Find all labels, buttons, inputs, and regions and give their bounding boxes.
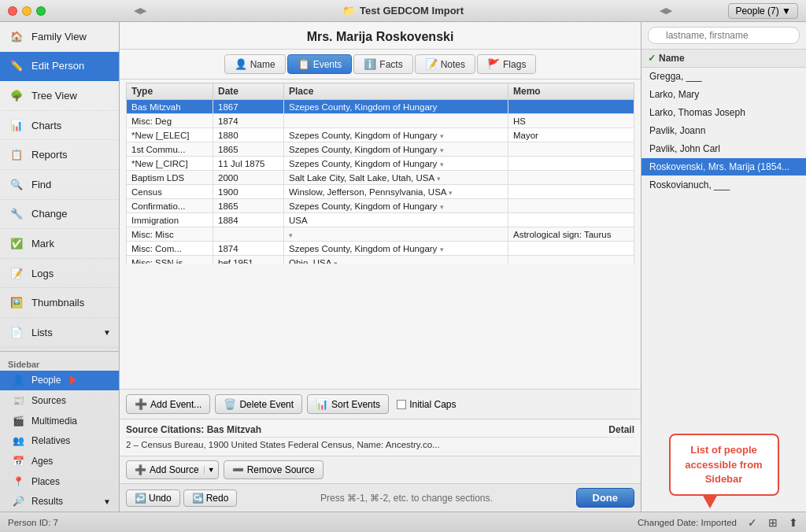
people-list-header: ✓ Name — [641, 50, 806, 68]
right-chevrons[interactable]: ◀▶ — [660, 6, 672, 16]
minimize-button[interactable] — [22, 6, 31, 16]
sidebar-item-logs[interactable]: 📝 Logs — [0, 259, 119, 289]
table-row[interactable]: Misc: Com... 1874 Szepes County, Kingdom… — [127, 242, 634, 256]
tabs-bar: 👤 Name 📋 Events ℹ️ Facts 📝 Notes 🚩 Flags — [120, 50, 641, 79]
sidebar-item-relatives[interactable]: 👥 Relatives — [0, 431, 119, 452]
dropdown-arrow[interactable]: ▾ — [440, 246, 444, 253]
sidebar-item-reports[interactable]: 📋 Reports — [0, 140, 119, 170]
table-row[interactable]: Baptism LDS 2000 Salt Lake City, Salt La… — [127, 171, 634, 185]
cell-memo — [508, 213, 634, 227]
cell-memo — [508, 142, 634, 157]
table-row[interactable]: Bas Mitzvah 1867 Szepes County, Kingdom … — [127, 100, 634, 114]
dropdown-arrow[interactable]: ▾ — [334, 260, 338, 264]
dropdown-arrow[interactable]: ▾ — [449, 189, 453, 197]
search-bar — [641, 22, 806, 50]
redo-button[interactable]: ↪️ Redo — [183, 490, 238, 507]
people-search-input[interactable] — [648, 27, 800, 44]
sidebar-item-ages[interactable]: 📅 Ages — [0, 451, 119, 471]
checkmark-status-icon[interactable]: ✓ — [748, 516, 757, 529]
left-chevrons[interactable]: ◀▶ — [134, 6, 146, 16]
sidebar-item-places[interactable]: 📍 Places — [0, 471, 119, 492]
initial-caps-checkbox[interactable] — [397, 400, 406, 409]
dropdown-arrow[interactable]: ▾ — [440, 146, 444, 154]
tab-flags[interactable]: 🚩 Flags — [477, 54, 536, 74]
person-item[interactable]: Roskovianuch, ___ — [641, 176, 806, 194]
dropdown-arrow[interactable]: ▾ — [289, 231, 293, 239]
checkmark-icon: ✓ — [648, 53, 656, 64]
table-row[interactable]: *New [_CIRC] 11 Jul 1875 Szepes County, … — [127, 157, 634, 171]
sidebar-item-tree-view[interactable]: 🌳 Tree View — [0, 81, 119, 111]
ages-icon: 📅 — [11, 454, 25, 468]
edit-person-icon: ✏️ — [8, 57, 25, 75]
window-title: 📁 Test GEDCOM Import — [342, 5, 464, 17]
close-button[interactable] — [8, 6, 17, 16]
title-bar: ◀▶ 📁 Test GEDCOM Import ◀▶ People (7) ▼ — [0, 0, 806, 22]
sidebar-item-family-view[interactable]: 🏠 Family View — [0, 22, 119, 52]
people-arrow — [70, 375, 76, 385]
tab-facts[interactable]: ℹ️ Facts — [353, 54, 412, 74]
sidebar-item-results[interactable]: 🔎 Results ▼ — [0, 491, 119, 512]
person-item[interactable]: Pavlik, Joann — [641, 122, 806, 140]
person-item[interactable]: Larko, Mary — [641, 86, 806, 104]
sidebar-item-lists[interactable]: 📄 Lists ▼ — [0, 318, 119, 348]
add-source-button[interactable]: ➕ Add Source ▼ — [126, 460, 219, 479]
table-row[interactable]: Immigration 1884 USA — [127, 213, 634, 227]
add-source-dropdown-arrow[interactable]: ▼ — [204, 466, 215, 474]
person-item[interactable]: Roskovenski, Mrs. Marija (1854... — [641, 158, 806, 176]
sidebar-section-label: Sidebar — [0, 355, 119, 371]
tab-events[interactable]: 📋 Events — [287, 54, 353, 74]
split-view-icon[interactable]: ⊞ — [768, 516, 778, 529]
sidebar-item-change[interactable]: 🔧 Change — [0, 200, 119, 230]
person-item[interactable]: Gregga, ___ — [641, 68, 806, 86]
sidebar-item-find[interactable]: 🔍 Find — [0, 170, 119, 200]
cell-memo — [508, 171, 634, 185]
sidebar-item-multimedia[interactable]: 🎬 Multimedia — [0, 411, 119, 431]
family-view-icon: 🏠 — [8, 28, 25, 45]
sidebar-item-people[interactable]: 👤 People — [0, 371, 119, 391]
sidebar-item-mark[interactable]: ✅ Mark — [0, 229, 119, 259]
share-icon[interactable]: ⬆ — [789, 516, 798, 529]
sources-icon: 📰 — [11, 393, 25, 408]
events-table-scroll[interactable]: Type Date Place Memo Bas Mitzvah 1867 Sz… — [126, 83, 634, 264]
done-button[interactable]: Done — [576, 488, 635, 508]
cell-type: *New [_CIRC] — [127, 157, 213, 171]
table-row[interactable]: Misc: Misc ▾ Astrological sign: Taurus — [127, 227, 634, 242]
undo-button[interactable]: ↩️ Undo — [126, 490, 180, 507]
dropdown-arrow[interactable]: ▾ — [440, 132, 444, 140]
cell-date — [213, 227, 284, 242]
person-item[interactable]: Larko, Thomas Joseph — [641, 104, 806, 122]
sidebar-item-sources[interactable]: 📰 Sources — [0, 390, 119, 411]
dropdown-arrow[interactable]: ▾ — [440, 161, 444, 168]
sidebar-item-thumbnails[interactable]: 🖼️ Thumbnails — [0, 288, 119, 318]
sidebar-item-edit-person[interactable]: ✏️ Edit Person — [0, 52, 119, 82]
delete-event-button[interactable]: 🗑️ Delete Event — [215, 394, 302, 414]
maximize-button[interactable] — [36, 6, 46, 16]
initial-caps-label[interactable]: Initial Caps — [397, 399, 456, 410]
sidebar-item-charts[interactable]: 📊 Charts — [0, 111, 119, 141]
find-icon: 🔍 — [8, 175, 25, 193]
cell-date: 2000 — [213, 171, 284, 185]
cell-type: *New [_ELEC] — [127, 128, 213, 142]
source-row[interactable]: 2 – Census Bureau, 1900 United States Fe… — [126, 438, 634, 453]
dropdown-arrow[interactable]: ▾ — [440, 203, 444, 211]
cell-place: Szepes County, Kingdom of Hungary ▾ — [284, 199, 508, 213]
search-wrap — [648, 27, 800, 44]
dropdown-arrow[interactable]: ▾ — [437, 175, 441, 183]
table-row[interactable]: Confirmatio... 1865 Szepes County, Kingd… — [127, 199, 634, 213]
table-row[interactable]: Misc: SSN is... bef 1951 Ohio, USA ▾ — [127, 256, 634, 264]
table-row[interactable]: Misc: Deg 1874 HS — [127, 114, 634, 128]
cell-type: Census — [127, 185, 213, 199]
cell-type: Misc: Misc — [127, 227, 213, 242]
add-event-button[interactable]: ➕ Add Event... — [126, 394, 210, 414]
tab-notes[interactable]: 📝 Notes — [415, 54, 475, 74]
table-row[interactable]: *New [_ELEC] 1880 Szepes County, Kingdom… — [127, 128, 634, 142]
cell-date: 11 Jul 1875 — [213, 157, 284, 171]
person-item[interactable]: Pavlik, John Carl — [641, 140, 806, 158]
people-button[interactable]: People (7) ▼ — [728, 3, 798, 19]
sort-events-button[interactable]: 📊 Sort Events — [307, 394, 389, 414]
table-row[interactable]: 1st Commu... 1865 Szepes County, Kingdom… — [127, 142, 634, 157]
callout-container: List of people accessible from Sidebar — [669, 434, 779, 496]
table-row[interactable]: Census 1900 Winslow, Jefferson, Pennsylv… — [127, 185, 634, 199]
tab-name[interactable]: 👤 Name — [224, 54, 286, 74]
remove-source-button[interactable]: ➖ Remove Source — [224, 460, 324, 479]
